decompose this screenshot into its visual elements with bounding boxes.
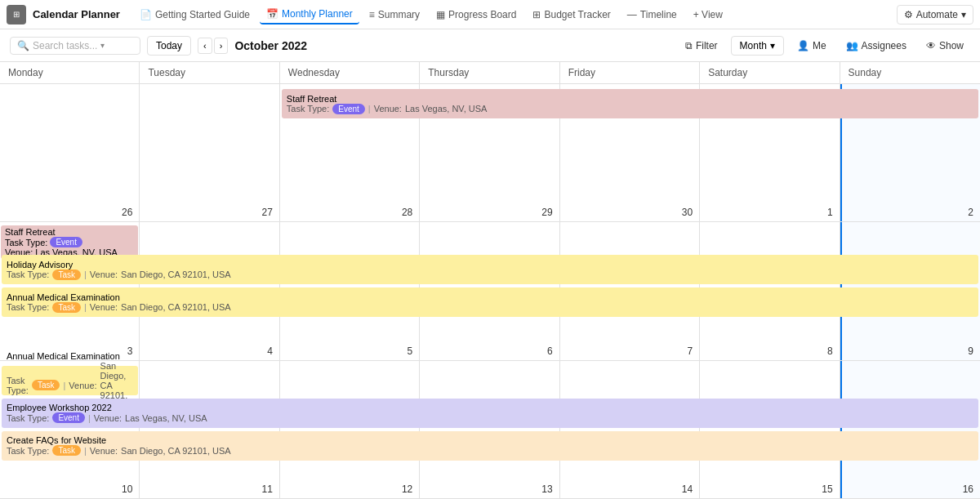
week-1: 26 27 28 29 30 1 2 Staff Retreat Task Ty… xyxy=(0,84,980,222)
cell-oct8[interactable]: 8 xyxy=(700,222,840,359)
cell-oct6[interactable]: 6 xyxy=(420,222,559,359)
staff-retreat-cell-meta: Task Type: Event xyxy=(5,237,134,247)
date-27: 27 xyxy=(261,207,272,218)
chevron-down-icon: ▾ xyxy=(961,9,966,20)
tab-add-view[interactable]: + View xyxy=(687,6,729,24)
date-8: 8 xyxy=(827,345,833,357)
date-9: 9 xyxy=(968,345,973,357)
calendar-grid: 26 27 28 29 30 1 2 Staff Retreat Task Ty… xyxy=(0,84,980,499)
cell-sep26[interactable]: 26 xyxy=(0,84,140,221)
app-title: Calendar Planner xyxy=(33,8,120,20)
month-view-button[interactable]: Month ▾ xyxy=(731,36,784,56)
day-header-thursday: Thursday xyxy=(420,62,559,83)
next-month-button[interactable]: › xyxy=(214,38,229,54)
tab-getting-started[interactable]: 📄 Getting Started Guide xyxy=(133,6,256,24)
cell-oct9[interactable]: 9 xyxy=(840,222,980,359)
venue-row: Venue: Las Vegas, NV, USA xyxy=(5,247,134,257)
date-12: 12 xyxy=(402,483,412,495)
week-2: Staff Retreat Task Type: Event Venue: La… xyxy=(0,222,980,360)
person-icon: 👤 xyxy=(797,40,809,51)
app-icon: ⊞ xyxy=(7,5,26,25)
today-button[interactable]: Today xyxy=(147,36,191,56)
toolbar: 🔍 Search tasks... ▾ Today ‹ › October 20… xyxy=(0,29,980,62)
cell-oct10[interactable]: 10 xyxy=(0,361,140,498)
board-icon: ▦ xyxy=(436,9,445,20)
search-box[interactable]: 🔍 Search tasks... ▾ xyxy=(10,37,140,55)
cell-oct5[interactable]: 5 xyxy=(280,222,420,359)
filter-icon: ⧉ xyxy=(685,40,693,51)
current-month-label: October 2022 xyxy=(234,39,307,52)
budget-icon: ⊞ xyxy=(532,9,541,20)
cell-oct11[interactable]: 11 xyxy=(140,361,279,498)
date-7: 7 xyxy=(687,345,693,357)
event-badge2: Event xyxy=(50,237,82,247)
date-4: 4 xyxy=(267,345,273,357)
month-navigation: ‹ › xyxy=(198,38,228,54)
page-icon: 📄 xyxy=(140,9,152,20)
cell-oct3[interactable]: Staff Retreat Task Type: Event Venue: La… xyxy=(0,222,140,359)
tab-progress-board[interactable]: ▦ Progress Board xyxy=(430,6,523,24)
day-header-wednesday: Wednesday xyxy=(280,62,420,83)
cell-oct14[interactable]: 14 xyxy=(560,361,700,498)
day-header-saturday: Saturday xyxy=(700,62,840,83)
show-icon: 👁 xyxy=(926,40,936,51)
automate-button[interactable]: ⚙ Automate ▾ xyxy=(897,5,973,25)
venue-val2: Las Vegas, NV, USA xyxy=(35,247,118,257)
tab-summary[interactable]: ≡ Summary xyxy=(363,6,426,24)
tab-budget-tracker[interactable]: ⊞ Budget Tracker xyxy=(526,6,617,24)
task-type-label2: Task Type: xyxy=(5,238,47,247)
filter-button[interactable]: ⧉ Filter xyxy=(679,37,724,55)
date-6: 6 xyxy=(547,345,553,357)
cell-oct13[interactable]: 13 xyxy=(420,361,559,498)
staff-retreat-cell[interactable]: Staff Retreat Task Type: Event Venue: La… xyxy=(1,225,138,259)
date-3: 3 xyxy=(127,345,133,357)
date-28: 28 xyxy=(402,207,412,218)
staff-retreat-cell-title: Staff Retreat xyxy=(5,227,134,237)
date-10: 10 xyxy=(122,483,132,495)
cell-oct2[interactable]: 2 xyxy=(840,84,980,221)
date-30: 30 xyxy=(682,207,693,218)
day-header-monday: Monday xyxy=(0,62,140,83)
cell-sep27[interactable]: 27 xyxy=(140,84,279,221)
cell-sep29[interactable]: 29 xyxy=(420,84,559,221)
cell-oct15[interactable]: 15 xyxy=(700,361,840,498)
venue-label2: Venue: xyxy=(5,247,33,257)
date-26: 26 xyxy=(122,207,132,218)
list-icon: ≡ xyxy=(369,9,375,20)
date-11: 11 xyxy=(261,483,272,495)
day-header-friday: Friday xyxy=(560,62,700,83)
day-header-sunday: Sunday xyxy=(840,62,980,83)
day-headers: Monday Tuesday Wednesday Thursday Friday… xyxy=(0,62,980,84)
cell-oct12[interactable]: 12 xyxy=(280,361,420,498)
automate-icon: ⚙ xyxy=(904,9,913,20)
show-button[interactable]: 👁 Show xyxy=(920,37,970,55)
date-13: 13 xyxy=(541,483,552,495)
date-1: 1 xyxy=(827,207,833,218)
assignees-button[interactable]: 👥 Assignees xyxy=(840,37,913,55)
cell-oct1[interactable]: 1 xyxy=(700,84,840,221)
date-5: 5 xyxy=(408,345,413,357)
people-icon: 👥 xyxy=(846,40,858,51)
date-14: 14 xyxy=(682,483,693,495)
prev-month-button[interactable]: ‹ xyxy=(198,38,212,54)
tab-timeline[interactable]: — Timeline xyxy=(621,6,684,24)
cell-oct7[interactable]: 7 xyxy=(560,222,700,359)
calendar-container: Monday Tuesday Wednesday Thursday Friday… xyxy=(0,62,980,499)
date-15: 15 xyxy=(822,483,832,495)
timeline-icon: — xyxy=(627,9,637,20)
date-2: 2 xyxy=(968,207,973,218)
week-3: 10 11 12 13 14 15 16 Annual Medical Exam… xyxy=(0,361,980,499)
date-16: 16 xyxy=(963,483,973,495)
me-button[interactable]: 👤 Me xyxy=(791,37,833,55)
top-navigation: ⊞ Calendar Planner 📄 Getting Started Gui… xyxy=(0,0,980,29)
cell-oct16[interactable]: 16 xyxy=(840,361,980,498)
date-29: 29 xyxy=(541,207,552,218)
chevron-down-icon: ▾ xyxy=(770,40,775,51)
cell-oct4[interactable]: 4 xyxy=(140,222,279,359)
tab-monthly-planner[interactable]: 📅 Monthly Planner xyxy=(260,5,359,25)
search-icon: 🔍 xyxy=(17,40,29,51)
cell-sep28[interactable]: 28 xyxy=(280,84,420,221)
search-chevron-icon: ▾ xyxy=(100,41,105,50)
calendar-icon: 📅 xyxy=(266,8,278,20)
cell-sep30[interactable]: 30 xyxy=(560,84,700,221)
